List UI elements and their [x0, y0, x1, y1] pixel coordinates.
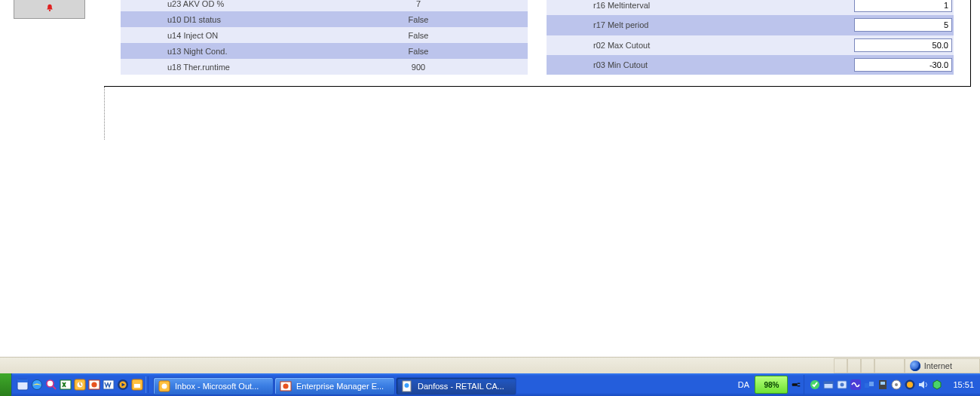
svg-rect-35 [880, 382, 885, 385]
svg-rect-23 [792, 383, 798, 386]
ie-status-bar: Internet [0, 357, 980, 373]
search-icon[interactable] [45, 379, 57, 391]
battery-indicator[interactable]: 98% [755, 376, 788, 394]
tray-icon[interactable] [877, 379, 889, 391]
taskbar-button-label: Enterprise Manager E... [296, 382, 384, 391]
taskbar-clock[interactable]: 15:51 [947, 373, 980, 396]
taskbar: Inbox - Microsoft Out... Enterprise Mana… [0, 373, 980, 396]
content-frame [104, 0, 971, 87]
taskbar-button[interactable]: Enterprise Manager E... [274, 377, 395, 395]
excel-icon[interactable] [60, 379, 72, 391]
svg-point-18 [162, 383, 167, 388]
ie-zone-label: Internet [924, 361, 952, 370]
bell-icon [45, 4, 54, 12]
svg-point-0 [48, 10, 50, 11]
taskbar-button-label: Danfoss - RETAIL CA... [418, 382, 504, 391]
svg-line-6 [53, 386, 56, 389]
taskbar-button[interactable]: Danfoss - RETAIL CA... [396, 377, 516, 395]
quick-launch [12, 373, 153, 396]
ie-status-pane [874, 358, 905, 373]
sidebar-card [14, 0, 85, 19]
volume-icon[interactable] [917, 379, 929, 391]
powerpoint-icon [280, 380, 292, 392]
tray-icon[interactable] [904, 379, 916, 391]
svg-point-5 [47, 380, 54, 387]
tray-icon[interactable] [822, 379, 835, 391]
outlook-icon[interactable] [74, 379, 86, 391]
svg-rect-16 [134, 384, 140, 388]
svg-rect-33 [869, 382, 874, 386]
globe-icon [910, 361, 920, 371]
tray-icon[interactable] [809, 379, 821, 391]
ie-status-pane [861, 358, 874, 373]
show-desktop-icon[interactable] [17, 379, 29, 391]
outlook-today-icon[interactable] [131, 379, 143, 391]
tray-icon[interactable] [890, 379, 902, 391]
svg-point-20 [283, 383, 288, 388]
ie-security-zone[interactable]: Internet [905, 358, 980, 373]
word-icon[interactable] [103, 379, 115, 391]
ie-page-icon [401, 380, 413, 392]
taskbar-divider [804, 375, 804, 394]
ie-icon[interactable] [31, 379, 43, 391]
ie-status-pane [834, 358, 847, 373]
tray-icon[interactable] [836, 379, 848, 391]
system-tray [805, 373, 947, 396]
svg-point-11 [91, 382, 96, 387]
svg-point-22 [405, 383, 409, 388]
taskbar-button[interactable]: Inbox - Microsoft Out... [153, 377, 274, 395]
ie-status-pane [847, 358, 861, 373]
outlook-icon [158, 380, 170, 392]
tray-icon[interactable] [863, 379, 875, 391]
language-indicator[interactable]: DA [733, 373, 753, 396]
taskbar-button-label: Inbox - Microsoft Out... [175, 382, 259, 391]
taskbar-buttons: Inbox - Microsoft Out... Enterprise Mana… [153, 373, 516, 396]
powerpoint-icon[interactable] [88, 379, 100, 391]
svg-point-39 [907, 382, 913, 388]
tray-icon[interactable] [931, 379, 943, 391]
svg-point-30 [841, 383, 844, 387]
power-plug-icon [789, 373, 803, 396]
svg-rect-32 [865, 383, 869, 388]
media-player-icon[interactable] [117, 379, 129, 391]
svg-point-37 [895, 383, 898, 386]
svg-rect-28 [824, 382, 833, 384]
tray-icon[interactable] [850, 379, 862, 391]
quick-launch-separator [145, 376, 149, 393]
dotted-divider [104, 87, 105, 140]
svg-rect-7 [60, 380, 71, 389]
start-button-edge[interactable] [0, 373, 12, 396]
svg-rect-2 [17, 379, 28, 382]
